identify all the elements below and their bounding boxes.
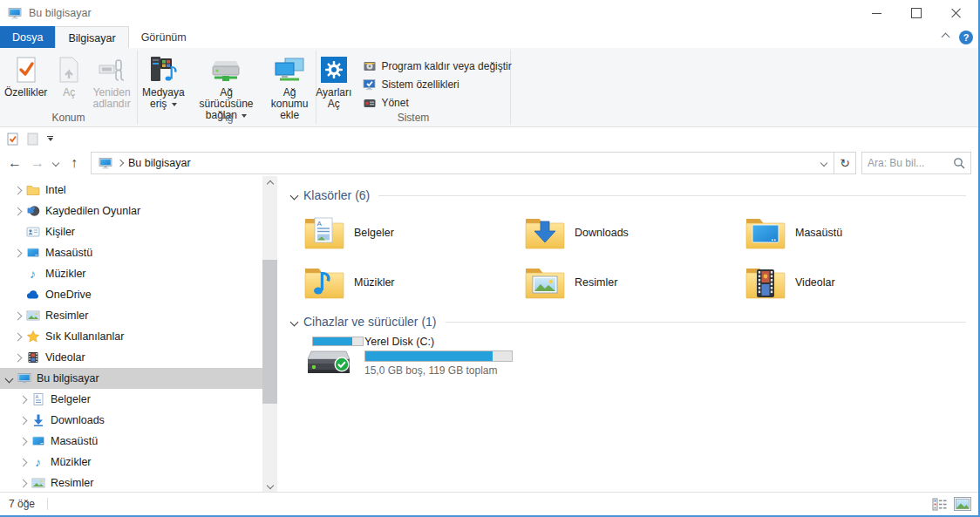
sidebar-item-music-2[interactable]: ♪ Müzikler [0, 452, 262, 473]
folder-tile-pictures[interactable]: Resimler [524, 262, 745, 303]
videos-icon [25, 350, 40, 364]
chevron-right-icon[interactable] [18, 395, 27, 404]
scroll-up-icon[interactable] [262, 176, 277, 191]
sidebar-item-contacts[interactable]: Kişiler [0, 221, 262, 242]
chevron-right-icon[interactable] [13, 248, 22, 257]
search-icon[interactable] [953, 157, 965, 169]
drive-name: Yerel Disk (C:) [364, 336, 529, 348]
tab-view[interactable]: Görünüm [129, 26, 199, 48]
scroll-down-icon[interactable] [262, 478, 277, 493]
close-button[interactable] [936, 0, 977, 26]
help-icon[interactable]: ? [959, 31, 973, 44]
address-dropdown-icon[interactable] [814, 160, 834, 166]
chevron-right-icon[interactable] [13, 311, 22, 320]
dropdown-arrow-icon [172, 103, 177, 106]
search-placeholder: Ara: Bu bil... [868, 157, 953, 169]
folders-section-header[interactable]: Klasörler (6) [288, 188, 966, 202]
minimize-button[interactable] [856, 0, 896, 26]
sidebar-item-music[interactable]: ♪ Müzikler [0, 263, 262, 284]
drive-tile-c[interactable]: Yerel Disk (C:) 15,0 GB boş, 119 GB topl… [303, 336, 529, 384]
details-view-button[interactable] [932, 498, 947, 511]
folder-tile-music[interactable]: Müzikler [303, 262, 524, 303]
properties-button[interactable]: Özellikler [0, 51, 51, 99]
drive-mini-capacity-bar [312, 337, 364, 346]
desktop-icon [31, 434, 45, 448]
sidebar-item-documents[interactable]: A Belgeler [0, 389, 262, 410]
videos-folder-icon [745, 265, 786, 300]
group-label-system: Sistem [316, 112, 510, 124]
chevron-right-icon[interactable] [13, 207, 22, 215]
up-button[interactable]: ↑ [63, 152, 85, 174]
sidebar-item-videos[interactable]: Videolar [0, 347, 262, 368]
pictures-icon [25, 309, 40, 323]
documents-icon: A [31, 392, 45, 406]
sidebar-item-onedrive[interactable]: OneDrive [0, 284, 262, 305]
system-properties-button[interactable]: Sistem özellikleri [359, 75, 514, 93]
collapse-ribbon-icon[interactable] [942, 33, 950, 42]
folder-tile-desktop[interactable]: Masaüstü [745, 213, 965, 253]
folder-tile-documents[interactable]: A Belgeler [303, 213, 524, 253]
svg-text:A: A [35, 394, 38, 399]
search-box[interactable]: Ara: Bu bil... [861, 152, 971, 174]
sidebar-item-favorites[interactable]: Sık Kullanılanlar [0, 326, 262, 347]
sidebar-scrollbar[interactable] [262, 176, 277, 493]
manage-button[interactable]: Yönet [359, 93, 514, 112]
access-media-button[interactable]: Medyaya eriş [138, 51, 189, 110]
map-network-drive-button[interactable]: Ağ sürücüsüne bağlan [189, 51, 264, 121]
open-settings-button[interactable]: Ayarları Aç [311, 51, 356, 110]
close-icon [951, 8, 962, 18]
chevron-right-icon[interactable] [13, 186, 22, 194]
rename-icon [97, 54, 126, 85]
add-network-location-button[interactable]: Ağ konumu ekle [263, 51, 316, 121]
sidebar-item-this-pc[interactable]: Bu bilgisayar [0, 368, 262, 389]
address-bar[interactable]: Bu bilgisayar [91, 152, 834, 174]
folder-icon [25, 183, 40, 197]
scrollbar-thumb[interactable] [262, 260, 277, 404]
sidebar-item-desktop-2[interactable]: Masaüstü [0, 431, 262, 452]
status-bar: 7 öğe [0, 492, 978, 515]
tab-computer[interactable]: Bilgisayar [55, 26, 128, 49]
collapse-section-icon[interactable] [289, 317, 298, 326]
program-icon [363, 59, 377, 73]
customize-toolbar-icon[interactable] [47, 136, 53, 141]
qat-properties-icon[interactable] [7, 133, 18, 146]
recent-locations-icon[interactable] [49, 152, 63, 174]
music-folder-icon [303, 265, 345, 300]
system-monitor-icon [363, 78, 377, 92]
refresh-button[interactable]: ↻ [834, 152, 856, 174]
chevron-right-icon[interactable] [18, 437, 27, 446]
sidebar-item-desktop[interactable]: Masaüstü [0, 242, 262, 263]
chevron-right-icon[interactable] [13, 332, 22, 341]
documents-folder-icon: A [303, 215, 345, 250]
open-button: Aç [51, 51, 86, 99]
network-drive-icon [209, 54, 242, 85]
sidebar-item-pictures-2[interactable]: Resimler [0, 473, 262, 493]
folder-tile-downloads[interactable]: Downloads [524, 213, 745, 253]
maximize-button[interactable] [896, 0, 936, 26]
breadcrumb[interactable]: Bu bilgisayar [128, 157, 191, 169]
section-rule [378, 195, 966, 196]
item-count: 7 öğe [9, 498, 35, 510]
media-server-icon [148, 54, 178, 85]
chevron-right-icon[interactable] [18, 458, 27, 466]
devices-section-header[interactable]: Cihazlar ve sürücüler (1) [288, 315, 966, 329]
uninstall-program-button[interactable]: Program kaldır veya değiştir [359, 57, 514, 75]
back-button[interactable]: ← [3, 152, 26, 174]
sidebar-item-intel[interactable]: Intel [0, 180, 262, 201]
thumbnails-view-button[interactable] [954, 497, 971, 511]
chevron-right-icon[interactable] [13, 353, 22, 362]
breadcrumb-chevron-icon[interactable] [117, 160, 124, 167]
chevron-right-icon[interactable] [18, 416, 27, 425]
tab-file[interactable]: Dosya [0, 26, 55, 48]
collapse-section-icon[interactable] [289, 191, 298, 200]
chevron-down-icon[interactable] [4, 374, 13, 383]
sidebar-item-downloads[interactable]: Downloads [0, 410, 262, 431]
chevron-right-icon[interactable] [18, 479, 27, 487]
sidebar-item-pictures[interactable]: Resimler [0, 305, 262, 326]
ribbon-group-location: Özellikler Aç Yeniden adlandır Konum [0, 48, 137, 126]
folder-tile-videos[interactable]: Videolar [745, 262, 965, 303]
forward-button: → [26, 152, 49, 174]
sidebar-item-saved-games[interactable]: Kaydedilen Oyunlar [0, 201, 262, 221]
qat-new-item-icon[interactable] [27, 133, 38, 146]
this-pc-icon [17, 371, 31, 385]
